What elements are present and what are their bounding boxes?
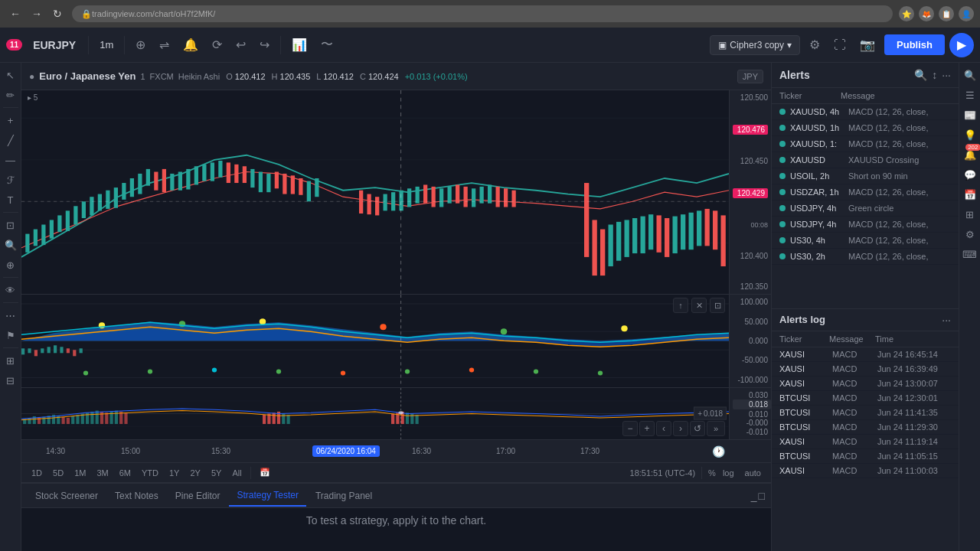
frb-alerts-icon-btn[interactable]: 🔔 202 [961, 145, 979, 164]
forward-button[interactable]: → [28, 6, 46, 21]
log-row[interactable]: BTCUSI MACD Jun 24 11:29:30 [772, 420, 959, 435]
last-page-btn[interactable]: » [707, 421, 725, 436]
log-row[interactable]: BTCUSI MACD Jun 24 11:41:35 [772, 406, 959, 420]
frb-news-btn[interactable]: 📰 [961, 106, 979, 124]
layout-tool[interactable]: ⊞ [2, 351, 20, 370]
extension-icon-3[interactable]: 📋 [939, 6, 954, 21]
tab-trading-panel[interactable]: Trading Panel [308, 486, 380, 506]
cipher-chart[interactable]: 100.000 50.000 0.000 -50.000 -100.000 ↑ … [21, 295, 771, 388]
tab-pine-editor[interactable]: Pine Editor [168, 486, 228, 506]
frb-settings-btn[interactable]: ⚙ [961, 225, 979, 243]
clock-button[interactable]: 🕐 [712, 445, 725, 458]
frb-calendar-btn[interactable]: 📅 [961, 185, 979, 204]
cursor-tool[interactable]: ↖ [2, 66, 20, 84]
alert-row[interactable]: XAUUSD, 1: MACD (12, 26, close, [772, 136, 959, 152]
camera-button[interactable]: 📷 [855, 34, 880, 55]
fullscreen-button[interactable]: ⛶ [829, 35, 851, 55]
tab-strategy-tester[interactable]: Strategy Tester [229, 485, 305, 507]
timeframe-button[interactable]: 1m [95, 36, 118, 54]
tf-1y[interactable]: 1Y [165, 467, 183, 479]
log-btn[interactable]: log [719, 467, 738, 479]
replay-btn[interactable]: ↺ [690, 421, 705, 436]
bar-chart-button[interactable]: 📊 [287, 34, 312, 55]
frb-ideas-btn[interactable]: 💡 [961, 126, 979, 144]
log-list[interactable]: XAUSI MACD Jun 24 16:45:14 XAUSI MACD Ju… [772, 347, 959, 552]
zoom-tool[interactable]: 🔍 [2, 236, 20, 254]
measure-tool[interactable]: ⊡ [2, 216, 20, 234]
next-btn[interactable]: › [673, 421, 688, 436]
magnet-tool[interactable]: ⊕ [2, 256, 20, 274]
cipher-expand-btn[interactable]: ⊡ [710, 298, 725, 313]
tf-ytd[interactable]: YTD [138, 467, 162, 479]
alert-row[interactable]: USDJPY, 4h MACD (12, 26, close, [772, 217, 959, 233]
main-chart[interactable]: 120.500 120.476 120.450 120.429 00:08 12… [21, 90, 771, 295]
address-bar[interactable]: 🔒 tradingview.com/chart/oH7f2MfK/ [72, 5, 893, 22]
grid-tool[interactable]: ⊟ [2, 371, 20, 390]
text-tool[interactable]: T [2, 191, 20, 209]
extension-icon-1[interactable]: ⭐ [899, 6, 914, 21]
log-row[interactable]: BTCUSI MACD Jun 24 11:05:15 [772, 449, 959, 464]
user-icon[interactable]: 👤 [959, 6, 974, 21]
tf-all[interactable]: All [228, 467, 245, 479]
log-row[interactable]: XAUSI MACD Jun 24 11:19:14 [772, 435, 959, 449]
tf-6m[interactable]: 6M [116, 467, 135, 479]
compare-button[interactable]: ⇌ [155, 34, 174, 55]
wave-button[interactable]: 〜 [316, 34, 338, 56]
cipher-button[interactable]: ▣ Cipher3 copy ▾ [710, 35, 800, 55]
chart-settings-button[interactable]: ⚙ [805, 34, 825, 55]
tab-stock-screener[interactable]: Stock Screener [28, 486, 106, 506]
auto-btn[interactable]: auto [741, 467, 765, 479]
frb-watchlist-btn[interactable]: ☰ [961, 86, 979, 104]
tf-1m[interactable]: 1M [70, 467, 90, 479]
frb-keyboard-btn[interactable]: ⌨ [961, 245, 979, 263]
alerts-search-btn[interactable]: 🔍 [914, 69, 927, 81]
alerts-log-more-btn[interactable]: ··· [942, 314, 951, 326]
frb-search-btn[interactable]: 🔍 [961, 66, 979, 84]
alerts-more-btn[interactable]: ··· [942, 69, 951, 81]
redo-button[interactable]: ↪ [255, 34, 274, 55]
publish-button[interactable]: Publish [884, 34, 945, 55]
panel-minimize-btn[interactable]: _ [751, 490, 757, 502]
tf-3m[interactable]: 3M [93, 467, 112, 479]
alert-row[interactable]: US30, 2h MACD (12, 26, close, [772, 249, 959, 265]
zoom-in-btn[interactable]: + [639, 421, 655, 436]
alert-row[interactable]: USDJPY, 4h Green circle [772, 201, 959, 217]
add-indicator-button[interactable]: ⊕ [131, 34, 150, 55]
tf-2y[interactable]: 2Y [186, 467, 204, 479]
draw-tool[interactable]: ✏ [2, 86, 20, 104]
back-button[interactable]: ← [6, 6, 24, 21]
trend-line-tool[interactable]: ╱ [2, 131, 20, 149]
alert-row[interactable]: US30, 4h MACD (12, 26, close, [772, 233, 959, 249]
horizontal-line-tool[interactable]: — [2, 151, 20, 169]
flag-tool[interactable]: ⚑ [2, 326, 20, 344]
tab-text-notes[interactable]: Text Notes [107, 486, 166, 506]
percent-btn[interactable]: % [708, 468, 716, 478]
macd-chart[interactable]: 0.030 0.018 0.010 -0.000 -0.010 + 0.018 … [21, 388, 771, 439]
calendar-btn[interactable]: 📅 [256, 466, 274, 479]
alert-row[interactable]: XAUUSD XAUUSD Crossing [772, 152, 959, 168]
tf-5y[interactable]: 5Y [207, 467, 225, 479]
tf-1d[interactable]: 1D [28, 467, 46, 479]
log-row[interactable]: XAUSI MACD Jun 24 16:39:49 [772, 362, 959, 377]
extension-icon-2[interactable]: 🦊 [919, 6, 934, 21]
charts-area[interactable]: 120.500 120.476 120.450 120.429 00:08 12… [21, 90, 771, 462]
undo-button[interactable]: ↩ [231, 34, 250, 55]
alerts-sort-btn[interactable]: ↕ [932, 69, 937, 81]
alert-list[interactable]: XAUUSD, 4h MACD (12, 26, close, XAUUSD, … [772, 104, 959, 308]
tf-5d[interactable]: 5D [49, 467, 67, 479]
replay-button[interactable]: ⟳ [207, 34, 227, 55]
frb-chat-btn[interactable]: 💬 [961, 165, 979, 184]
log-row[interactable]: XAUSI MACD Jun 24 11:00:03 [772, 464, 959, 478]
crosshair-tool[interactable]: + [2, 111, 20, 129]
log-row[interactable]: BTCUSI MACD Jun 24 12:30:01 [772, 391, 959, 406]
alert-row[interactable]: USDZAR, 1h MACD (12, 26, close, [772, 184, 959, 201]
zoom-out-btn[interactable]: − [622, 421, 638, 436]
alert-row[interactable]: USOIL, 2h Short on 90 min [772, 168, 959, 184]
alert-row[interactable]: XAUUSD, 1h MACD (12, 26, close, [772, 120, 959, 136]
panel-maximize-btn[interactable]: □ [759, 490, 765, 502]
prev-btn[interactable]: ‹ [656, 421, 671, 436]
alert-button[interactable]: 🔔 [178, 34, 203, 55]
alert-row[interactable]: XAUUSD, 4h MACD (12, 26, close, [772, 104, 959, 120]
log-row[interactable]: XAUSI MACD Jun 24 16:45:14 [772, 347, 959, 362]
frb-screener-btn[interactable]: ⊞ [961, 205, 979, 223]
